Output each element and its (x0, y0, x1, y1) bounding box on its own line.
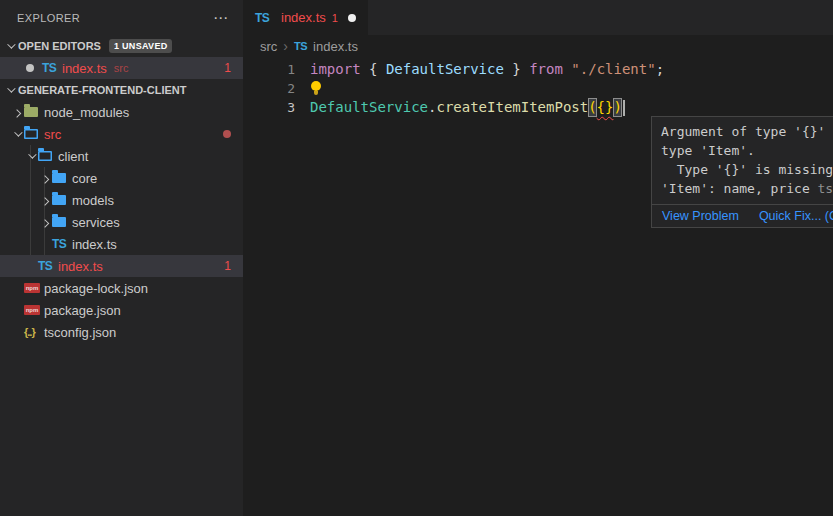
tree-item-core[interactable]: core (0, 167, 243, 189)
tab-bar: TS index.ts 1 (243, 0, 833, 35)
tree-item-label: index.ts (72, 237, 117, 252)
open-editors-label: OPEN EDITORS (18, 40, 101, 52)
tree-item-label: tsconfig.json (44, 325, 116, 340)
tab-label: index.ts (281, 10, 326, 25)
tooltip-message-line: type 'Item'. (661, 141, 833, 160)
chevron-down-icon (2, 82, 18, 98)
tree-item-label: src (44, 127, 61, 142)
code-token: DefaultService (310, 98, 428, 117)
tree-item-label: node_modules (44, 105, 129, 120)
tree-item-label: package-lock.json (44, 281, 148, 296)
typescript-file-icon: TS (294, 40, 307, 52)
chevron-right-icon (36, 214, 52, 230)
code-token: DefaultService (386, 60, 504, 79)
code-editor[interactable]: 1import { DefaultService } from "./clien… (243, 57, 833, 117)
tooltip-message-line: 'Item': name, price ts(2345) (661, 179, 833, 198)
breadcrumb-item-src[interactable]: src (260, 39, 277, 54)
folder-icon (52, 195, 72, 205)
tab-index-ts[interactable]: TS index.ts 1 (243, 0, 368, 35)
tree-item-package-json[interactable]: npmpackage.json (0, 299, 243, 321)
code-token: ( (588, 98, 596, 117)
error-count-badge: 1 (224, 259, 231, 273)
chevron-right-icon (36, 192, 52, 208)
tree-item-label: client (58, 149, 88, 164)
tooltip-message-line: Type '{}' is missing the following prope… (661, 160, 833, 179)
workspace-label: GENERATE-FRONTEND-CLIENT (18, 84, 186, 96)
typescript-file-icon: TS (42, 61, 62, 75)
code-token: ; (656, 60, 664, 79)
tooltip-footer: View Problem Quick Fix... (Ctrl+.) (652, 204, 833, 227)
code-token: {} (597, 98, 614, 117)
typescript-icon: TS (38, 259, 58, 273)
workspace-section-header[interactable]: GENERATE-FRONTEND-CLIENT (0, 79, 243, 101)
error-count-badge: 1 (224, 61, 231, 75)
code-token: import (310, 60, 361, 79)
tree-item-services[interactable]: services (0, 211, 243, 233)
quick-fix-link[interactable]: Quick Fix... (Ctrl+.) (759, 209, 833, 223)
tab-error-count: 1 (332, 12, 338, 24)
line-number: 1 (243, 60, 295, 79)
breadcrumb-item-index-ts[interactable]: index.ts (313, 39, 358, 54)
chevron-down-icon (8, 126, 24, 142)
sidebar-header: EXPLORER ⋯ (0, 0, 243, 35)
error-code: ts(2345) (818, 181, 833, 196)
text-cursor (623, 100, 625, 116)
npm-icon: npm (24, 283, 44, 293)
lightbulb-icon[interactable] (310, 81, 322, 96)
code-token: from (529, 60, 563, 79)
tree-item-src[interactable]: src (0, 123, 243, 145)
tree-item-models[interactable]: models (0, 189, 243, 211)
chevron-right-icon (8, 104, 24, 120)
code-line-text: import { DefaultService } from "./client… (295, 60, 664, 79)
editor-area: TS index.ts 1 src › TS index.ts 1import … (243, 0, 833, 516)
typescript-file-icon: TS (255, 11, 275, 25)
code-token: . (428, 98, 436, 117)
open-editors-section-header[interactable]: OPEN EDITORS 1 UNSAVED (0, 35, 243, 57)
error-dot-badge (223, 130, 231, 138)
line-number: 2 (243, 79, 295, 98)
more-actions-icon[interactable]: ⋯ (213, 13, 229, 23)
tooltip-message: Argument of type '{}' is not assignable … (652, 117, 833, 204)
tooltip-message-line: Argument of type '{}' is not assignable … (661, 122, 833, 141)
folder-icon (52, 217, 72, 227)
open-editor-item-index-ts[interactable]: TS index.ts src 1 (0, 57, 243, 79)
tree-item-label: core (72, 171, 97, 186)
tree-item-node-modules[interactable]: node_modules (0, 101, 243, 123)
npm-icon: npm (24, 305, 44, 315)
chevron-right-icon (36, 170, 52, 186)
tree-item-client[interactable]: client (0, 145, 243, 167)
code-token: ) (613, 98, 621, 117)
unsaved-dot-icon[interactable] (348, 14, 356, 22)
breadcrumb: src › TS index.ts (243, 35, 833, 57)
code-line: 3DefaultService.createItemItemPost({}) (243, 98, 833, 117)
line-number: 3 (243, 98, 295, 117)
file-tree: node_modulessrcclientcoremodelsservicesT… (0, 101, 243, 343)
open-editor-name: index.ts (62, 61, 107, 76)
typescript-icon: TS (52, 237, 72, 251)
tree-item-label: services (72, 215, 120, 230)
json-braces-icon: {..} (24, 326, 44, 338)
chevron-right-icon: › (283, 38, 288, 54)
tree-item-package-lock-json[interactable]: npmpackage-lock.json (0, 277, 243, 299)
tree-item-index-ts[interactable]: TSindex.ts1 (0, 255, 243, 277)
folder-open-icon (24, 129, 44, 139)
chevron-down-icon (22, 148, 38, 164)
code-line: 1import { DefaultService } from "./clien… (243, 60, 833, 79)
open-editor-description: src (114, 62, 129, 74)
view-problem-link[interactable]: View Problem (662, 209, 739, 223)
code-line-text: DefaultService.createItemItemPost({}) (295, 98, 625, 117)
code-token: "./client" (571, 60, 655, 79)
folder-icon (52, 173, 72, 183)
modified-dot-icon (26, 64, 34, 72)
tree-item-label: models (72, 193, 114, 208)
error-tooltip: Argument of type '{}' is not assignable … (651, 116, 833, 228)
code-line-text (295, 81, 322, 96)
code-token: } (504, 60, 529, 79)
tree-item-index-ts[interactable]: TSindex.ts (0, 233, 243, 255)
explorer-sidebar: EXPLORER ⋯ OPEN EDITORS 1 UNSAVED TS ind… (0, 0, 243, 516)
explorer-title: EXPLORER (17, 12, 80, 24)
tree-item-tsconfig-json[interactable]: {..}tsconfig.json (0, 321, 243, 343)
code-token: createItemItemPost (436, 98, 588, 117)
tree-item-label: package.json (44, 303, 121, 318)
code-line: 2 (243, 79, 833, 98)
